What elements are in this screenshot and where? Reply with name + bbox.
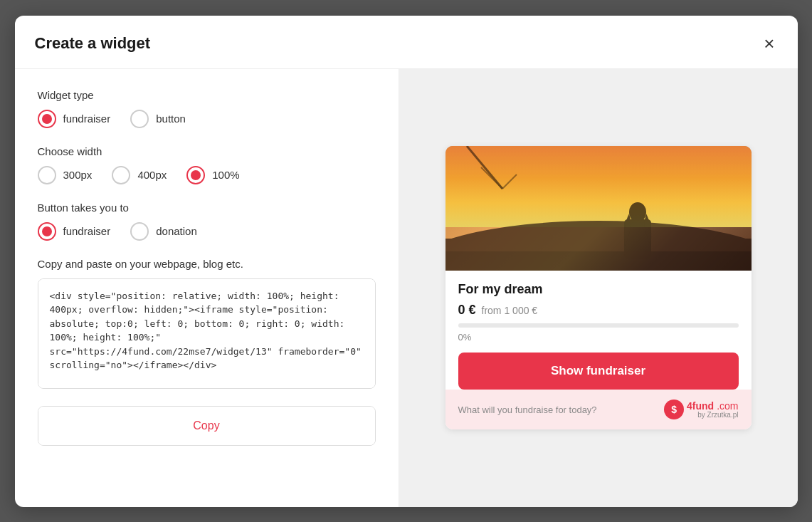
modal-title: Create a widget — [35, 34, 151, 53]
logo-com: .com — [717, 400, 738, 412]
show-fundraiser-button[interactable]: Show fundraiser — [458, 353, 739, 390]
logo-text: 4fund — [687, 400, 714, 412]
radio-400px-circle[interactable] — [112, 166, 130, 184]
radio-option-button[interactable]: button — [130, 110, 186, 128]
widget-amount: 0 € — [458, 303, 476, 318]
radio-option-100pct[interactable]: 100% — [186, 166, 239, 184]
widget-content: For my dream 0 € from 1 000 € 0% Show fu… — [445, 271, 752, 390]
radio-option-300px[interactable]: 300px — [38, 166, 93, 184]
radio-300px-circle[interactable] — [38, 166, 56, 184]
widget-type-section: Widget type fundraiser button — [38, 89, 376, 128]
radio-button-circle[interactable] — [130, 110, 149, 128]
radio-400px-label: 400px — [137, 169, 167, 181]
widget-type-label: Widget type — [38, 89, 376, 101]
copy-paste-section: Copy and paste on your webpage, blog etc… — [38, 258, 376, 389]
radio-option-dest-donation[interactable]: donation — [130, 222, 197, 241]
width-radio-group: 300px 400px 100% — [38, 166, 376, 184]
widget-image-inner — [445, 146, 752, 271]
radio-fundraiser-circle[interactable] — [38, 110, 56, 128]
progress-bar-container — [458, 323, 739, 328]
copy-button-wrapper: Copy — [38, 406, 376, 446]
radio-dest-donation-circle[interactable] — [130, 222, 149, 241]
radio-fundraiser-label: fundraiser — [63, 113, 111, 125]
modal-body: Widget type fundraiser button — [15, 69, 798, 507]
widget-amount-row: 0 € from 1 000 € — [458, 303, 739, 318]
code-textarea-wrapper — [38, 278, 376, 389]
logo-main: 4fund .com — [687, 400, 738, 412]
widget-fundraiser-title: For my dream — [458, 282, 739, 297]
choose-width-label: Choose width — [38, 145, 376, 157]
svg-line-6 — [481, 167, 502, 189]
widget-footer: What will you fundraise for today? $ 4fu… — [445, 390, 752, 429]
radio-100pct-label: 100% — [212, 169, 239, 181]
radio-dest-fundraiser-label: fundraiser — [63, 225, 111, 237]
widget-amount-from: from 1 000 € — [482, 305, 538, 316]
modal-overlay: Create a widget × Widget type fundraiser — [0, 0, 812, 522]
code-textarea[interactable] — [38, 279, 375, 388]
destination-radio-group: fundraiser donation — [38, 222, 376, 241]
logo-wrapper: 4fund .com by Zrzutka.pl — [687, 400, 738, 419]
logo-icon: $ — [664, 400, 684, 419]
modal-header: Create a widget × — [15, 16, 798, 69]
fourfund-logo: $ 4fund .com by Zrzutka.pl — [664, 400, 738, 419]
radio-dest-fundraiser-circle[interactable] — [38, 222, 56, 241]
choose-width-section: Choose width 300px 400px 100% — [38, 145, 376, 184]
widget-footer-text: What will you fundraise for today? — [458, 404, 597, 415]
svg-point-2 — [629, 202, 646, 222]
modal: Create a widget × Widget type fundraiser — [15, 16, 798, 507]
widget-type-radio-group: fundraiser button — [38, 110, 376, 128]
widget-image — [445, 146, 752, 271]
right-panel: For my dream 0 € from 1 000 € 0% Show fu… — [399, 69, 798, 507]
radio-dest-donation-label: donation — [156, 225, 197, 237]
copy-button[interactable]: Copy — [38, 407, 375, 445]
left-panel: Widget type fundraiser button — [15, 69, 399, 507]
svg-rect-4 — [445, 251, 752, 271]
radio-100pct-circle[interactable] — [186, 166, 205, 184]
radio-300px-label: 300px — [63, 169, 93, 181]
radio-option-fundraiser[interactable]: fundraiser — [38, 110, 111, 128]
button-destination-section: Button takes you to fundraiser donation — [38, 202, 376, 241]
button-destination-label: Button takes you to — [38, 202, 376, 214]
logo-sub: by Zrzutka.pl — [697, 412, 738, 419]
radio-option-400px[interactable]: 400px — [112, 166, 167, 184]
svg-line-5 — [467, 146, 502, 189]
svg-line-7 — [502, 174, 517, 189]
close-button[interactable]: × — [761, 31, 777, 56]
radio-button-label: button — [156, 113, 186, 125]
radio-option-dest-fundraiser[interactable]: fundraiser — [38, 222, 111, 241]
widget-preview: For my dream 0 € from 1 000 € 0% Show fu… — [445, 146, 752, 429]
copy-paste-label: Copy and paste on your webpage, blog etc… — [38, 258, 376, 270]
progress-percent: 0% — [458, 332, 739, 343]
